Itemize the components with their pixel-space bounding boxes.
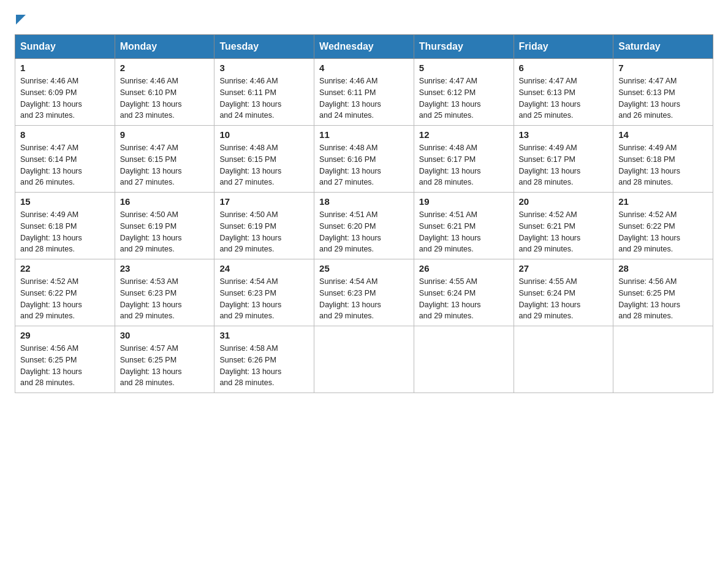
day-info: Sunrise: 4:54 AM Sunset: 6:23 PM Dayligh… (219, 276, 309, 322)
calendar-cell: 14 Sunrise: 4:49 AM Sunset: 6:18 PM Dayl… (613, 126, 713, 193)
day-info: Sunrise: 4:48 AM Sunset: 6:17 PM Dayligh… (419, 142, 509, 188)
calendar-cell: 9 Sunrise: 4:47 AM Sunset: 6:15 PM Dayli… (115, 126, 214, 193)
day-number: 31 (219, 330, 309, 340)
calendar-cell: 30 Sunrise: 4:57 AM Sunset: 6:25 PM Dayl… (115, 326, 214, 393)
calendar-cell: 16 Sunrise: 4:50 AM Sunset: 6:19 PM Dayl… (115, 193, 214, 259)
calendar-cell: 13 Sunrise: 4:49 AM Sunset: 6:17 PM Dayl… (514, 126, 613, 193)
weekday-header-sunday: Sunday (15, 35, 115, 59)
calendar-cell: 2 Sunrise: 4:46 AM Sunset: 6:10 PM Dayli… (115, 59, 214, 126)
day-info: Sunrise: 4:54 AM Sunset: 6:23 PM Dayligh… (319, 276, 409, 322)
calendar-cell: 25 Sunrise: 4:54 AM Sunset: 6:23 PM Dayl… (314, 259, 414, 326)
day-info: Sunrise: 4:48 AM Sunset: 6:15 PM Dayligh… (219, 142, 309, 188)
calendar-cell: 17 Sunrise: 4:50 AM Sunset: 6:19 PM Dayl… (214, 193, 314, 259)
weekday-header-monday: Monday (115, 35, 214, 59)
weekday-header-saturday: Saturday (613, 35, 713, 59)
day-number: 11 (319, 129, 409, 140)
calendar-cell: 22 Sunrise: 4:52 AM Sunset: 6:22 PM Dayl… (15, 259, 115, 326)
calendar-cell: 26 Sunrise: 4:55 AM Sunset: 6:24 PM Dayl… (414, 259, 514, 326)
calendar-cell: 6 Sunrise: 4:47 AM Sunset: 6:13 PM Dayli… (514, 59, 613, 126)
day-info: Sunrise: 4:46 AM Sunset: 6:11 PM Dayligh… (319, 75, 409, 121)
day-number: 29 (20, 330, 110, 340)
calendar-cell: 19 Sunrise: 4:51 AM Sunset: 6:21 PM Dayl… (414, 193, 514, 259)
day-info: Sunrise: 4:47 AM Sunset: 6:12 PM Dayligh… (419, 75, 509, 121)
day-info: Sunrise: 4:46 AM Sunset: 6:09 PM Dayligh… (20, 75, 110, 121)
day-number: 25 (319, 263, 409, 274)
calendar-cell (414, 326, 514, 393)
day-number: 13 (519, 129, 609, 140)
day-number: 14 (618, 129, 708, 140)
calendar-cell: 28 Sunrise: 4:56 AM Sunset: 6:25 PM Dayl… (613, 259, 713, 326)
calendar-cell (314, 326, 414, 393)
day-number: 5 (419, 63, 509, 73)
day-info: Sunrise: 4:46 AM Sunset: 6:11 PM Dayligh… (219, 75, 309, 121)
day-info: Sunrise: 4:56 AM Sunset: 6:25 PM Dayligh… (20, 343, 110, 389)
day-number: 1 (20, 63, 110, 73)
day-number: 30 (120, 330, 210, 340)
day-info: Sunrise: 4:58 AM Sunset: 6:26 PM Dayligh… (219, 343, 309, 389)
calendar-cell: 23 Sunrise: 4:53 AM Sunset: 6:23 PM Dayl… (115, 259, 214, 326)
day-number: 6 (519, 63, 609, 73)
calendar-cell: 15 Sunrise: 4:49 AM Sunset: 6:18 PM Dayl… (15, 193, 115, 259)
day-info: Sunrise: 4:49 AM Sunset: 6:18 PM Dayligh… (618, 142, 708, 188)
day-info: Sunrise: 4:57 AM Sunset: 6:25 PM Dayligh… (120, 343, 210, 389)
day-number: 3 (219, 63, 309, 73)
day-info: Sunrise: 4:49 AM Sunset: 6:17 PM Dayligh… (519, 142, 609, 188)
day-number: 27 (519, 263, 609, 274)
day-info: Sunrise: 4:56 AM Sunset: 6:25 PM Dayligh… (618, 276, 708, 322)
calendar-cell: 18 Sunrise: 4:51 AM Sunset: 6:20 PM Dayl… (314, 193, 414, 259)
day-info: Sunrise: 4:48 AM Sunset: 6:16 PM Dayligh… (319, 142, 409, 188)
day-info: Sunrise: 4:55 AM Sunset: 6:24 PM Dayligh… (519, 276, 609, 322)
calendar-cell: 10 Sunrise: 4:48 AM Sunset: 6:15 PM Dayl… (214, 126, 314, 193)
calendar-cell: 3 Sunrise: 4:46 AM Sunset: 6:11 PM Dayli… (214, 59, 314, 126)
day-info: Sunrise: 4:46 AM Sunset: 6:10 PM Dayligh… (120, 75, 210, 121)
day-number: 17 (219, 196, 309, 207)
day-number: 18 (319, 196, 409, 207)
calendar-cell: 5 Sunrise: 4:47 AM Sunset: 6:12 PM Dayli… (414, 59, 514, 126)
calendar-cell: 20 Sunrise: 4:52 AM Sunset: 6:21 PM Dayl… (514, 193, 613, 259)
calendar-week-row: 8 Sunrise: 4:47 AM Sunset: 6:14 PM Dayli… (15, 126, 713, 193)
calendar-cell (613, 326, 713, 393)
day-number: 22 (20, 263, 110, 274)
day-number: 12 (419, 129, 509, 140)
day-number: 19 (419, 196, 509, 207)
calendar-cell (514, 326, 613, 393)
day-number: 7 (618, 63, 708, 73)
calendar-header-row: SundayMondayTuesdayWednesdayThursdayFrid… (15, 35, 713, 59)
calendar-cell: 12 Sunrise: 4:48 AM Sunset: 6:17 PM Dayl… (414, 126, 514, 193)
calendar-week-row: 15 Sunrise: 4:49 AM Sunset: 6:18 PM Dayl… (15, 193, 713, 259)
day-info: Sunrise: 4:47 AM Sunset: 6:13 PM Dayligh… (618, 75, 708, 121)
day-number: 21 (618, 196, 708, 207)
day-number: 28 (618, 263, 708, 274)
weekday-header-friday: Friday (514, 35, 613, 59)
day-info: Sunrise: 4:47 AM Sunset: 6:13 PM Dayligh… (519, 75, 609, 121)
day-info: Sunrise: 4:51 AM Sunset: 6:20 PM Dayligh… (319, 209, 409, 255)
day-info: Sunrise: 4:53 AM Sunset: 6:23 PM Dayligh… (120, 276, 210, 322)
calendar-week-row: 22 Sunrise: 4:52 AM Sunset: 6:22 PM Dayl… (15, 259, 713, 326)
day-info: Sunrise: 4:50 AM Sunset: 6:19 PM Dayligh… (219, 209, 309, 255)
calendar-table: SundayMondayTuesdayWednesdayThursdayFrid… (15, 34, 713, 393)
day-info: Sunrise: 4:50 AM Sunset: 6:19 PM Dayligh… (120, 209, 210, 255)
day-number: 10 (219, 129, 309, 140)
calendar-cell: 4 Sunrise: 4:46 AM Sunset: 6:11 PM Dayli… (314, 59, 414, 126)
day-info: Sunrise: 4:55 AM Sunset: 6:24 PM Dayligh… (419, 276, 509, 322)
day-info: Sunrise: 4:52 AM Sunset: 6:22 PM Dayligh… (618, 209, 708, 255)
day-number: 4 (319, 63, 409, 73)
day-info: Sunrise: 4:52 AM Sunset: 6:22 PM Dayligh… (20, 276, 110, 322)
day-number: 2 (120, 63, 210, 73)
logo (15, 15, 26, 25)
day-info: Sunrise: 4:51 AM Sunset: 6:21 PM Dayligh… (419, 209, 509, 255)
day-info: Sunrise: 4:49 AM Sunset: 6:18 PM Dayligh… (20, 209, 110, 255)
day-number: 8 (20, 129, 110, 140)
calendar-cell: 24 Sunrise: 4:54 AM Sunset: 6:23 PM Dayl… (214, 259, 314, 326)
day-info: Sunrise: 4:52 AM Sunset: 6:21 PM Dayligh… (519, 209, 609, 255)
calendar-week-row: 29 Sunrise: 4:56 AM Sunset: 6:25 PM Dayl… (15, 326, 713, 393)
day-number: 15 (20, 196, 110, 207)
calendar-cell: 1 Sunrise: 4:46 AM Sunset: 6:09 PM Dayli… (15, 59, 115, 126)
day-number: 26 (419, 263, 509, 274)
calendar-cell: 21 Sunrise: 4:52 AM Sunset: 6:22 PM Dayl… (613, 193, 713, 259)
day-number: 20 (519, 196, 609, 207)
calendar-week-row: 1 Sunrise: 4:46 AM Sunset: 6:09 PM Dayli… (15, 59, 713, 126)
day-number: 9 (120, 129, 210, 140)
calendar-cell: 8 Sunrise: 4:47 AM Sunset: 6:14 PM Dayli… (15, 126, 115, 193)
calendar-cell: 11 Sunrise: 4:48 AM Sunset: 6:16 PM Dayl… (314, 126, 414, 193)
